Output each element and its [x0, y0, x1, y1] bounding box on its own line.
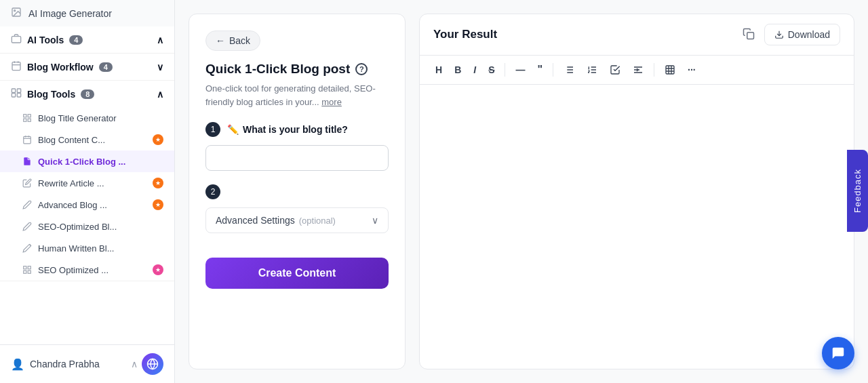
advanced-blog-label: Advanced Blog ...	[38, 200, 107, 210]
editor-toolbar: H B I S — "	[420, 56, 854, 85]
sidebar-item-seo-optimized-2[interactable]: SEO Optimized ... ★	[0, 259, 174, 281]
sidebar-item-blog-title-generator[interactable]: Blog Title Generator	[0, 107, 174, 129]
result-header: Your Result Download	[420, 14, 854, 56]
blog-tools-header[interactable]: Blog Tools 8 ∧	[0, 81, 174, 107]
svg-rect-11	[24, 115, 26, 117]
result-title: Your Result	[433, 28, 497, 41]
blog-title-generator-label: Blog Title Generator	[38, 113, 117, 123]
indent-button[interactable]	[628, 62, 648, 78]
back-label: Back	[229, 35, 250, 46]
grid-icon	[22, 113, 33, 123]
svg-rect-23	[28, 270, 31, 273]
bullet-list-button[interactable]	[559, 62, 579, 78]
chat-fab-button[interactable]	[822, 337, 854, 369]
workflow-icon	[11, 60, 22, 73]
svg-rect-15	[24, 136, 31, 144]
calendar-icon	[22, 134, 33, 145]
pencil-icon	[22, 243, 33, 254]
rewrite-article-label: Rewrite Article ...	[38, 178, 104, 188]
table-button[interactable]	[660, 62, 680, 78]
italic-button[interactable]: I	[469, 62, 481, 78]
toolbar-divider-2	[553, 63, 553, 77]
step-2-number: 2	[205, 184, 220, 199]
ordered-list-button[interactable]	[582, 62, 602, 78]
edit3-icon	[22, 221, 33, 232]
blog-tools-label: Blog Tools	[27, 89, 75, 100]
svg-rect-13	[24, 119, 26, 121]
info-icon: ?	[355, 63, 368, 75]
ai-tools-badge: 4	[69, 35, 83, 45]
user-icon: 👤	[11, 358, 24, 371]
blog-tools-section: Blog Tools 8 ∧ Blog Title Generator Blog…	[0, 81, 174, 281]
pencil-step-icon: ✏️	[227, 124, 239, 135]
form-description: One-click tool for generating detailed, …	[205, 82, 389, 108]
svg-rect-14	[28, 119, 31, 121]
edit2-icon	[22, 199, 33, 210]
more-link[interactable]: more	[321, 97, 342, 107]
svg-rect-3	[12, 62, 20, 70]
ai-tools-section: AI Tools 4 ∧	[0, 26, 174, 54]
feedback-panel: Feedback	[847, 149, 868, 233]
seo-optimized-label: SEO-Optimized Bl...	[38, 222, 117, 232]
human-written-label: Human Written Bl...	[38, 243, 114, 254]
hr-button[interactable]: —	[511, 62, 530, 78]
result-body	[420, 85, 854, 369]
blog-workflow-label: Blog Workflow	[27, 62, 94, 73]
blog-title-input[interactable]	[205, 145, 389, 171]
feedback-button[interactable]: Feedback	[847, 149, 868, 231]
sidebar-item-human-written[interactable]: Human Written Bl...	[0, 237, 174, 259]
result-actions: Download	[740, 24, 840, 45]
toolbar-divider-1	[505, 63, 505, 77]
orange-badge-rewrite: ★	[153, 178, 163, 188]
checklist-button[interactable]	[605, 62, 625, 78]
svg-rect-10	[17, 94, 20, 97]
ai-tools-header[interactable]: AI Tools 4 ∧	[0, 26, 174, 53]
step-1-number: 1	[205, 122, 220, 137]
more-options-button[interactable]: ···	[683, 62, 701, 78]
back-arrow-icon: ←	[216, 35, 225, 46]
blog-workflow-header[interactable]: Blog Workflow 4 ∨	[0, 54, 174, 80]
quote-button[interactable]: "	[532, 61, 547, 79]
quick-1-click-label: Quick 1-Click Blog ...	[38, 157, 125, 167]
sidebar-item-blog-content-c[interactable]: Blog Content C... ★	[0, 129, 174, 150]
sidebar-item-quick-1-click[interactable]: Quick 1-Click Blog ...	[0, 150, 174, 172]
svg-rect-12	[28, 115, 31, 117]
seo-optimized-2-label: SEO Optimized ...	[38, 265, 108, 275]
chevron-up-user: ∧	[131, 359, 138, 369]
edit-icon	[22, 178, 33, 188]
copy-button[interactable]	[740, 25, 757, 45]
file-blue-icon	[22, 156, 33, 167]
download-button[interactable]: Download	[764, 24, 840, 45]
svg-rect-7	[12, 89, 15, 92]
briefcase-icon	[11, 33, 22, 46]
step-1-label: What is your blog title?	[243, 124, 348, 135]
svg-rect-26	[747, 32, 753, 39]
user-name: Chandra Prabha	[30, 359, 100, 369]
sidebar: AI Image Generator AI Tools 4 ∧ Blog Wor…	[0, 0, 175, 383]
sidebar-item-seo-optimized[interactable]: SEO-Optimized Bl...	[0, 216, 174, 237]
svg-rect-39	[666, 66, 674, 74]
create-content-button[interactable]: Create Content	[205, 258, 389, 289]
sidebar-item-rewrite-article[interactable]: Rewrite Article ... ★	[0, 172, 174, 194]
sidebar-footer[interactable]: 👤 Chandra Prabha ∧	[0, 344, 174, 383]
svg-rect-2	[12, 37, 20, 43]
user-avatar-globe	[142, 353, 163, 375]
svg-rect-22	[24, 270, 26, 273]
chevron-up-icon: ∧	[157, 35, 163, 45]
advanced-settings-toggle[interactable]: Advanced Settings (optional) ∨	[205, 207, 389, 233]
sidebar-item-advanced-blog[interactable]: Advanced Blog ... ★	[0, 194, 174, 216]
blog-tools-badge: 8	[81, 89, 94, 99]
sidebar-item-ai-image-generator[interactable]: AI Image Generator	[0, 0, 174, 26]
toolbar-divider-3	[654, 63, 654, 77]
heading-button[interactable]: H	[431, 62, 447, 78]
orange-badge-blog-content: ★	[153, 134, 163, 145]
svg-rect-8	[17, 89, 20, 92]
orange-badge-advanced: ★	[153, 199, 163, 210]
strikethrough-button[interactable]: S	[484, 62, 499, 78]
bold-button[interactable]: B	[450, 62, 466, 78]
back-button[interactable]: ← Back	[205, 31, 260, 51]
chevron-down-settings-icon: ∨	[372, 215, 378, 226]
pink-badge-seo: ★	[153, 264, 163, 275]
step-2-block: 2 Advanced Settings (optional) ∨	[205, 184, 389, 233]
step-1-block: 1 ✏️ What is your blog title?	[205, 122, 389, 171]
